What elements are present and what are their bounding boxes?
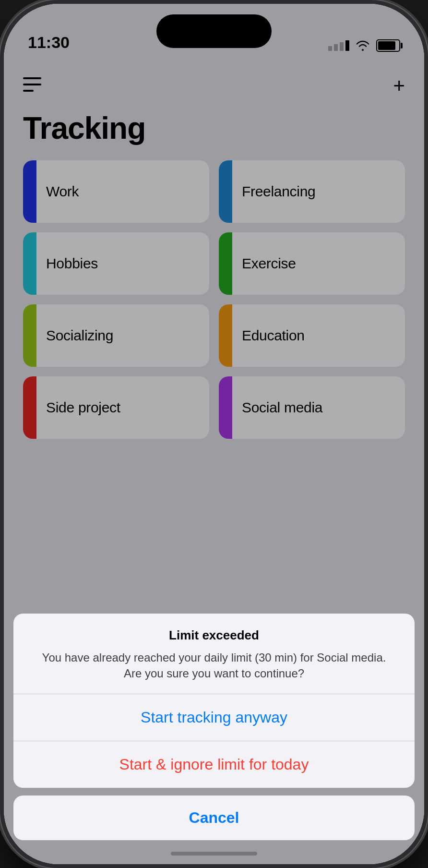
start-ignore-limit-label: Start & ignore limit for today bbox=[119, 756, 309, 773]
alert-content: Limit exceeded You have already reached … bbox=[13, 614, 415, 694]
start-ignore-limit-button[interactable]: Start & ignore limit for today bbox=[13, 741, 415, 788]
alert-sheet: Limit exceeded You have already reached … bbox=[4, 614, 424, 864]
alert-title: Limit exceeded bbox=[28, 628, 400, 643]
alert-message: You have already reached your daily limi… bbox=[28, 650, 400, 682]
start-tracking-anyway-label: Start tracking anyway bbox=[141, 709, 287, 726]
alert-box: Limit exceeded You have already reached … bbox=[13, 614, 415, 788]
phone-frame: 11:30 bbox=[0, 0, 428, 868]
cancel-label: Cancel bbox=[189, 809, 239, 826]
start-tracking-anyway-button[interactable]: Start tracking anyway bbox=[13, 694, 415, 741]
phone-screen: 11:30 bbox=[4, 4, 424, 864]
cancel-button[interactable]: Cancel bbox=[13, 796, 415, 840]
